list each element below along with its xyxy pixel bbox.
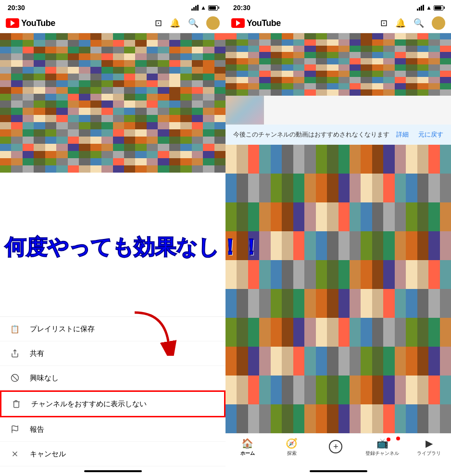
thumb-top-left [0,33,226,100]
menu-item-playlist[interactable]: 📋 プレイリストに保存 [0,317,226,341]
home-bar-right [226,466,451,476]
svg-line-2 [13,376,18,381]
phone-right: 20:30 ▲ YouTube ⊡ 🔔 🔍 [226,0,451,476]
battery-icon-right [434,5,443,11]
home-bar-line-right [310,470,367,472]
thumb-top-right [226,33,451,96]
cast-icon-left[interactable]: ⊡ [155,18,162,28]
status-bar-right: 20:30 ▲ [226,0,451,13]
not-interested-icon [10,373,20,383]
time-left: 20:30 [8,4,25,12]
notification-banner: 今後このチャンネルの動画はおすすめされなくなります 詳細 元に戻す [226,125,451,145]
time-right: 20:30 [233,4,251,12]
home-nav-label: ホーム [240,450,255,457]
menu-item-share[interactable]: 共有 [0,341,226,366]
yt-logo-text-right: YouTube [247,18,281,28]
cancel-icon [10,449,20,459]
thumb-partial-right [226,96,451,125]
yt-header-right: YouTube ⊡ 🔔 🔍 [226,13,451,33]
report-icon [10,424,20,435]
pixel-grid-bottom-right [226,145,451,433]
yt-header-icons-left: ⊡ 🔔 🔍 [155,16,220,30]
menu-label-report: 報告 [30,425,44,434]
signal-icon-right [417,5,424,11]
library-nav-label: ライブラリ [417,450,441,457]
search-icon-right[interactable]: 🔍 [413,18,424,28]
nav-item-subscriptions[interactable]: 📺 登録チャンネル [365,438,399,457]
thumb-bottom-right [226,145,451,433]
playlist-icon: 📋 [10,324,20,334]
nav-item-explore[interactable]: 🧭 探索 [277,438,306,457]
nav-item-home[interactable]: 🏠 ホーム [233,438,262,457]
subs-nav-label: 登録チャンネル [365,450,399,457]
cast-icon-right[interactable]: ⊡ [380,18,388,28]
yt-header-left: YouTube ⊡ 🔔 🔍 [0,13,226,33]
add-nav-icon: + [329,440,342,453]
home-nav-icon: 🏠 [241,438,253,449]
thumb-mid-left [0,100,226,173]
wifi-icon-right: ▲ [426,4,432,11]
status-bar-left: 20:30 ▲ [0,0,226,13]
menu-item-cancel[interactable]: キャンセル [0,442,226,466]
undo-button[interactable]: 元に戻す [418,130,443,139]
nav-item-add[interactable]: + [321,440,350,454]
yt-logo-icon-left [6,18,19,28]
yt-header-icons-right: ⊡ 🔔 🔍 [380,16,445,30]
explore-nav-label: 探索 [287,450,297,457]
pixel-grid-top-left [0,33,226,100]
main-container: 20:30 ▲ YouTube ⊡ 🔔 🔍 [0,0,451,476]
pixel-grid-mid-left [0,100,226,173]
home-bar-line-left [84,470,142,472]
menu-label-share: 共有 [30,349,44,358]
nav-item-library[interactable]: ▶ ライブラリ [414,438,443,457]
search-icon-left[interactable]: 🔍 [188,18,199,28]
yt-logo-text-left: YouTube [21,18,55,28]
status-icons-right: ▲ [417,4,443,11]
battery-icon-left [208,5,218,11]
pixel-grid-top-right [226,33,451,96]
notification-text: 今後このチャンネルの動画はおすすめされなくなります [233,130,396,139]
avatar-left[interactable] [206,16,220,30]
menu-label-hide-channel: チャンネルをおすすめに表示しない [31,400,147,409]
explore-nav-icon: 🧭 [286,438,298,449]
home-bar-left [0,466,226,476]
menu-item-report[interactable]: 報告 [0,417,226,442]
wifi-icon-left: ▲ [200,4,206,11]
hide-channel-icon [11,399,22,409]
bottom-sheet-menu: 📋 プレイリストに保存 共有 [0,316,226,476]
share-icon [10,348,20,359]
menu-label-playlist: プレイリストに保存 [30,325,95,334]
menu-item-not-interested[interactable]: 興味なし [0,366,226,390]
subs-nav-icon: 📺 [376,438,388,449]
status-icons-left: ▲ [191,4,218,11]
phone-left: 20:30 ▲ YouTube ⊡ 🔔 🔍 [0,0,226,476]
signal-icon-left [191,5,199,11]
notification-actions: 詳細 元に戻す [396,130,443,139]
avatar-right[interactable] [432,16,445,30]
bell-icon-right[interactable]: 🔔 [395,18,406,28]
yt-logo-left: YouTube [6,18,55,28]
detail-button[interactable]: 詳細 [396,130,409,139]
menu-label-not-interested: 興味なし [30,374,59,383]
menu-item-hide-channel[interactable]: チャンネルをおすすめに表示しない [0,390,226,417]
bell-icon-left[interactable]: 🔔 [170,18,180,28]
library-nav-icon: ▶ [426,438,433,449]
menu-label-cancel: キャンセル [30,450,66,459]
bottom-nav-right: 🏠 ホーム 🧭 探索 + 📺 登録チャンネル ▶ ライブラリ [226,433,451,466]
yt-logo-icon-right [231,18,245,28]
yt-logo-right: YouTube [231,18,281,28]
